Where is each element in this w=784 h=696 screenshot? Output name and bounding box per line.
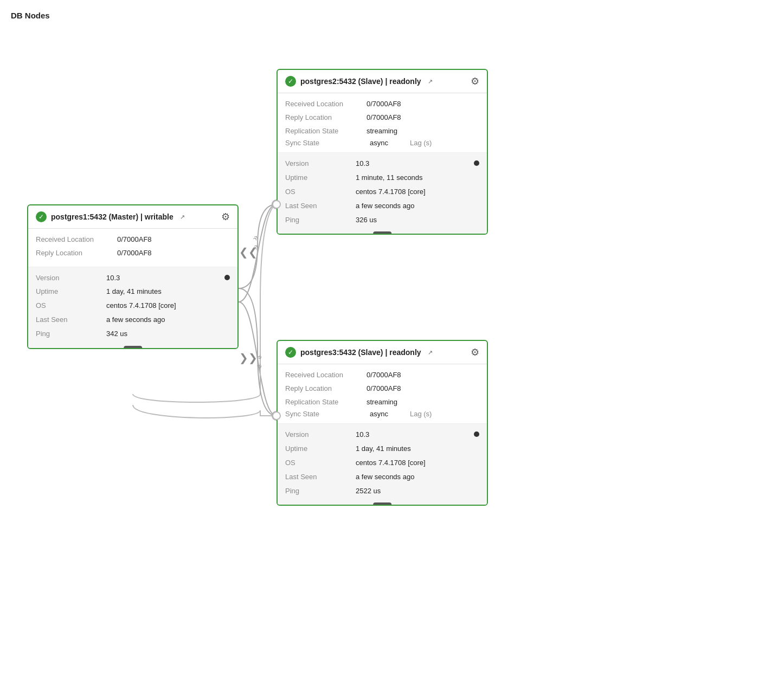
master-dot-indicator	[224, 275, 230, 280]
slave2-info-section: Version 10.3 Uptime 1 day, 41 minutes OS…	[278, 424, 487, 505]
slave2-replication-section: Received Location 0/7000AF8 Reply Locati…	[278, 364, 487, 424]
master-last-seen-label: Last Seen	[36, 314, 106, 326]
slave2-collapse-button[interactable]: ^	[373, 502, 391, 506]
master-reply-location-label: Reply Location	[36, 248, 117, 259]
slave1-replication-state-label: Replication State	[285, 126, 367, 137]
slave2-received-location-row: Received Location 0/7000AF8	[285, 370, 479, 381]
slave1-card-title: postgres2:5432 (Slave) | readonly	[300, 77, 421, 86]
master-reply-location-row: Reply Location 0/7000AF8	[36, 248, 230, 259]
slave2-card-title: postgres3:5432 (Slave) | readonly	[300, 348, 421, 357]
master-uptime-label: Uptime	[36, 286, 106, 298]
slave1-received-location-row: Received Location 0/7000AF8	[285, 99, 479, 110]
slave1-ping-value: 326 us	[356, 215, 377, 226]
slave2-version-row: Version 10.3	[285, 429, 479, 441]
page-title: DB Nodes	[11, 11, 773, 20]
svg-text:»: »	[250, 233, 260, 242]
master-card: ✓ postgres1:5432 (Master) | writable ↗ ⚙…	[27, 204, 239, 349]
slave2-card-header: ✓ postgres3:5432 (Slave) | readonly ↗ ⚙	[278, 341, 487, 364]
master-collapse-button[interactable]: ^	[124, 346, 142, 349]
slave1-ping-label: Ping	[285, 215, 356, 226]
master-received-location-value: 0/7000AF8	[117, 234, 152, 246]
slave1-version-label: Version	[285, 158, 356, 170]
master-ping-value: 342 us	[106, 328, 127, 340]
slave1-collapse-button[interactable]: ^	[373, 231, 391, 235]
slave2-os-row: OS centos 7.4.1708 [core]	[285, 457, 479, 469]
slave2-last-seen-value: a few seconds ago	[356, 472, 414, 483]
slave1-sync-row: Sync State async Lag (s) 0	[285, 139, 479, 147]
slave2-ping-row: Ping 2522 us	[285, 486, 479, 497]
slave1-replication-state-row: Replication State streaming	[285, 126, 479, 137]
master-info-section: Version 10.3 Uptime 1 day, 41 minutes OS…	[28, 267, 237, 348]
slave1-last-seen-label: Last Seen	[285, 201, 356, 212]
slave1-last-seen-row: Last Seen a few seconds ago	[285, 201, 479, 212]
slave2-uptime-row: Uptime 1 day, 41 minutes	[285, 443, 479, 455]
slave2-version-value: 10.3	[356, 429, 369, 441]
slave1-version-row: Version 10.3	[285, 158, 479, 170]
svg-text:»: »	[255, 352, 265, 361]
slave1-version-value: 10.3	[356, 158, 369, 170]
master-received-location-row: Received Location 0/7000AF8	[36, 234, 230, 246]
master-uptime-value: 1 day, 41 minutes	[106, 286, 162, 298]
slave2-sync-state: Sync State async	[285, 410, 388, 418]
slave2-lag-label: Lag (s)	[410, 410, 488, 418]
slave2-header-left: ✓ postgres3:5432 (Slave) | readonly ↗	[285, 347, 434, 358]
svg-text:»: »	[255, 362, 265, 370]
slave2-replication-state-row: Replication State streaming	[285, 397, 479, 408]
slave2-reply-location-label: Reply Location	[285, 383, 367, 395]
master-version-value: 10.3	[106, 273, 120, 284]
slave2-uptime-label: Uptime	[285, 443, 356, 455]
master-last-seen-value: a few seconds ago	[106, 314, 165, 326]
slave2-sync-state-label: Sync State	[285, 410, 367, 418]
master-header-left: ✓ postgres1:5432 (Master) | writable ↗	[36, 211, 187, 222]
master-status-icon: ✓	[36, 211, 47, 222]
master-gear-icon[interactable]: ⚙	[221, 211, 230, 223]
slave1-last-seen-value: a few seconds ago	[356, 201, 414, 212]
slave2-os-value: centos 7.4.1708 [core]	[356, 457, 426, 469]
slave2-received-location-value: 0/7000AF8	[367, 370, 401, 381]
slave1-header-left: ✓ postgres2:5432 (Slave) | readonly ↗	[285, 76, 434, 87]
slave2-replication-state-label: Replication State	[285, 397, 367, 408]
slave2-sync-state-value: async	[370, 410, 388, 418]
slave2-gear-icon[interactable]: ⚙	[471, 346, 479, 358]
slave2-sync-row: Sync State async Lag (s) 0	[285, 410, 479, 418]
slave2-status-icon: ✓	[285, 347, 296, 358]
master-version-label: Version	[36, 273, 106, 284]
master-external-link-icon[interactable]: ↗	[180, 214, 187, 220]
slave2-uptime-value: 1 day, 41 minutes	[356, 443, 411, 455]
master-ping-label: Ping	[36, 328, 106, 340]
master-os-row: OS centos 7.4.1708 [core]	[36, 300, 230, 312]
slave1-received-location-value: 0/7000AF8	[367, 99, 401, 110]
slave1-replication-section: Received Location 0/7000AF8 Reply Locati…	[278, 93, 487, 153]
slave2-external-link-icon[interactable]: ↗	[428, 349, 434, 356]
slave1-reply-location-value: 0/7000AF8	[367, 112, 401, 124]
slave1-sync-state-value: async	[370, 139, 388, 147]
slave1-lag-label: Lag (s)	[410, 139, 488, 147]
slave1-reply-location-row: Reply Location 0/7000AF8	[285, 112, 479, 124]
slave1-card: ✓ postgres2:5432 (Slave) | readonly ↗ ⚙ …	[277, 69, 488, 235]
slave2-lag: Lag (s) 0	[410, 410, 488, 418]
slave2-last-seen-row: Last Seen a few seconds ago	[285, 472, 479, 483]
slave1-received-location-label: Received Location	[285, 99, 367, 110]
slave1-reply-location-label: Reply Location	[285, 112, 367, 124]
master-os-value: centos 7.4.1708 [core]	[106, 300, 176, 312]
slave2-version-label: Version	[285, 429, 356, 441]
slave1-uptime-label: Uptime	[285, 172, 356, 184]
slave1-external-link-icon[interactable]: ↗	[428, 78, 434, 85]
slave1-card-header: ✓ postgres2:5432 (Slave) | readonly ↗ ⚙	[278, 70, 487, 93]
slave2-ping-label: Ping	[285, 486, 356, 497]
slave1-lag: Lag (s) 0	[410, 139, 488, 147]
master-ping-row: Ping 342 us	[36, 328, 230, 340]
slave2-last-seen-label: Last Seen	[285, 472, 356, 483]
master-reply-location-value: 0/7000AF8	[117, 248, 152, 259]
slave1-gear-icon[interactable]: ⚙	[471, 75, 479, 87]
slave1-os-value: centos 7.4.1708 [core]	[356, 186, 426, 198]
slave2-received-location-label: Received Location	[285, 370, 367, 381]
master-last-seen-row: Last Seen a few seconds ago	[36, 314, 230, 326]
master-version-row: Version 10.3	[36, 273, 230, 284]
master-uptime-row: Uptime 1 day, 41 minutes	[36, 286, 230, 298]
slave2-replication-state-value: streaming	[367, 397, 397, 408]
master-card-header: ✓ postgres1:5432 (Master) | writable ↗ ⚙	[28, 205, 237, 229]
master-card-title: postgres1:5432 (Master) | writable	[51, 212, 173, 221]
slave2-os-label: OS	[285, 457, 356, 469]
master-replication-section: Received Location 0/7000AF8 Reply Locati…	[28, 229, 237, 267]
